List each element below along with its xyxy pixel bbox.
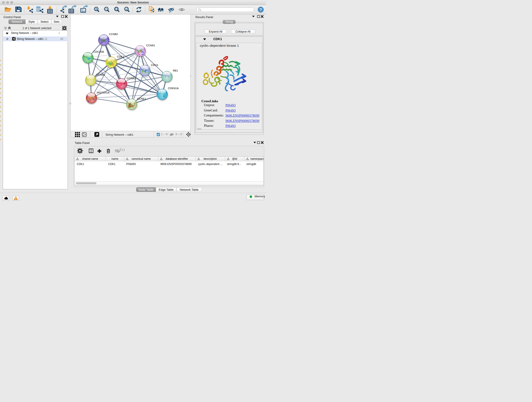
svg-text:CDC6: CDC6 [151, 64, 158, 66]
svg-text:RB1: RB1 [173, 69, 178, 72]
svg-text:CCNE1: CCNE1 [137, 97, 146, 100]
svg-text:CCNA2: CCNA2 [127, 77, 136, 80]
svg-text:CCNA1: CCNA1 [146, 44, 155, 47]
svg-text:CDK1: CDK1 [117, 55, 124, 58]
svg-text:CCNB2: CCNB2 [109, 33, 118, 36]
svg-text:HIST1H1A: HIST1H1A [97, 91, 109, 94]
svg-text:?: ? [260, 7, 262, 12]
svg-text:CDC25B: CDC25B [94, 51, 104, 53]
svg-text:CCNB1: CCNB1 [96, 73, 105, 76]
svg-text:CDKN1A: CDKN1A [168, 87, 179, 89]
